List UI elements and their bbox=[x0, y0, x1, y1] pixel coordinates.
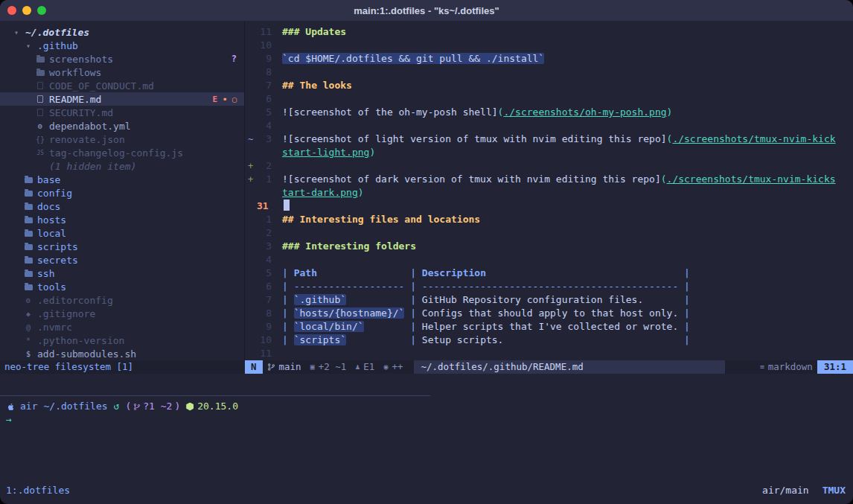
tree-item-python-version[interactable]: *.python-version bbox=[0, 334, 244, 347]
tree-item-editorconfig[interactable]: ⚙.editorconfig bbox=[0, 293, 244, 307]
editor-line[interactable]: 5| Path | Description | bbox=[245, 267, 853, 280]
tree-item-workflows[interactable]: workflows bbox=[0, 66, 244, 79]
editor-cursor bbox=[284, 200, 290, 211]
editor-line[interactable]: 3### Interesting folders bbox=[245, 240, 853, 253]
line-number: 31 bbox=[255, 200, 273, 213]
fullscreen-button[interactable] bbox=[37, 6, 46, 15]
tree-item-label: workflows bbox=[49, 67, 101, 78]
tree-item-dotfiles[interactable]: ▾~/.dotfiles bbox=[0, 25, 244, 39]
line-text: | `hosts/{hostname}/` | Configs that sho… bbox=[282, 307, 690, 320]
tree-item-add-submodules-sh[interactable]: $add-submodules.sh bbox=[0, 347, 244, 360]
shell-pane[interactable]: air ~/.dotfiles ↺ ( ?1 ~2) 20.15.0 → bbox=[0, 396, 853, 480]
tree-item-config[interactable]: config bbox=[0, 186, 244, 200]
tree-item-label: ~/.dotfiles bbox=[25, 27, 89, 38]
line-number: 9 bbox=[255, 52, 272, 66]
file-path: ~/.dotfiles/.github/README.md bbox=[414, 360, 725, 374]
line-text: `cd $HOME/.dotfiles && git pull && ./ins… bbox=[282, 52, 544, 66]
titlebar: main:1:.dotfiles - "ks~/.dotfiles" bbox=[0, 0, 853, 21]
editor-line[interactable]: 11### Updates bbox=[245, 25, 853, 39]
editor-line[interactable]: 4 bbox=[245, 119, 853, 133]
editor-line[interactable]: ~3![screenshot of light version of tmux … bbox=[245, 133, 853, 146]
line-number: 11 bbox=[255, 25, 272, 39]
editor-line[interactable]: 4 bbox=[245, 253, 853, 267]
tmux-statusbar: 1:.dotfiles air/main TMUX bbox=[0, 480, 853, 504]
chevron-icon: ▾ bbox=[22, 42, 34, 50]
line-number: 3 bbox=[255, 240, 272, 253]
status-badge: ? bbox=[231, 54, 237, 64]
cursor-position: 31:1 bbox=[817, 360, 853, 374]
git-icon: ◆ bbox=[22, 310, 34, 318]
editor-line[interactable]: 11 bbox=[245, 347, 853, 360]
editor-line[interactable]: 5![screenshot of the oh-my-posh shell](.… bbox=[245, 106, 853, 119]
tree-item-scripts[interactable]: scripts bbox=[0, 240, 244, 253]
tree-item-hosts[interactable]: hosts bbox=[0, 213, 244, 226]
line-text: ## Interesting files and locations bbox=[282, 213, 480, 226]
folder-icon bbox=[22, 269, 34, 277]
tree-item-renovate-json[interactable]: {}renovate.json bbox=[0, 133, 244, 146]
tree-item-base[interactable]: base bbox=[0, 173, 244, 186]
line-number: 8 bbox=[255, 66, 272, 79]
tree-item-github[interactable]: ▾.github bbox=[0, 39, 244, 52]
editor-line[interactable]: 1## Interesting files and locations bbox=[245, 213, 853, 226]
tree-item-security-md[interactable]: SECURITY.md bbox=[0, 106, 244, 119]
tree-item-label: CODE_OF_CONDUCT.md bbox=[49, 80, 154, 92]
tree-item-docs[interactable]: docs bbox=[0, 200, 244, 213]
tree-item-secrets[interactable]: secrets bbox=[0, 253, 244, 267]
line-number: 9 bbox=[255, 320, 272, 334]
node-icon bbox=[186, 403, 194, 411]
filetype-label: markdown bbox=[768, 360, 813, 374]
neotree-sidebar: ▾~/.dotfiles▾.githubscreenshots?workflow… bbox=[0, 21, 245, 360]
line-number: 5 bbox=[255, 267, 272, 280]
gitsigns-column bbox=[245, 106, 255, 119]
minimize-button[interactable] bbox=[22, 6, 31, 15]
line-number: 1 bbox=[255, 213, 272, 226]
editor-line[interactable]: 8| `hosts/{hostname}/` | Configs that sh… bbox=[245, 307, 853, 320]
tree-item-tools[interactable]: tools bbox=[0, 280, 244, 293]
tree-item-local[interactable]: local bbox=[0, 226, 244, 240]
tree-item-dependabot-yml[interactable]: ⚙dependabot.yml bbox=[0, 119, 244, 133]
tree-item-screenshots[interactable]: screenshots? bbox=[0, 52, 244, 66]
editor-line[interactable]: 6| ------------------- | ---------------… bbox=[245, 280, 853, 293]
tree-item-1-hidden-item[interactable]: (1 hidden item) bbox=[0, 159, 244, 173]
prompt-input-line[interactable]: → bbox=[6, 413, 853, 427]
tree-item-readme-md[interactable]: README.mdE•▢ bbox=[0, 92, 244, 106]
editor-buffer[interactable]: 11### Updates109`cd $HOME/.dotfiles && g… bbox=[245, 21, 853, 360]
editor-line[interactable]: 7## The looks bbox=[245, 79, 853, 92]
close-button[interactable] bbox=[7, 6, 16, 15]
editor-line[interactable]: 6 bbox=[245, 92, 853, 106]
editor-line[interactable]: start-light.png) bbox=[245, 146, 853, 159]
editor-line[interactable]: 7| `.github` | GitHub Repository configu… bbox=[245, 293, 853, 307]
tree-item-ssh[interactable]: ssh bbox=[0, 267, 244, 280]
gitsigns-column bbox=[245, 39, 255, 52]
tree-item-gitignore[interactable]: ◆.gitignore bbox=[0, 307, 244, 320]
tree-item-label: local bbox=[37, 228, 66, 239]
editor-line[interactable]: 8 bbox=[245, 66, 853, 79]
line-number: 4 bbox=[255, 119, 272, 133]
editor-line[interactable]: 10 bbox=[245, 39, 853, 52]
tree-item-nvmrc[interactable]: @.nvmrc bbox=[0, 320, 244, 334]
diagnostics-icon: ♟ bbox=[355, 360, 360, 374]
line-text: | ------------------- | ----------------… bbox=[282, 280, 690, 293]
tmux-window-tab[interactable]: 1:.dotfiles bbox=[6, 485, 70, 496]
line-text: start-light.png) bbox=[282, 146, 375, 159]
editor-line[interactable]: 31 bbox=[245, 200, 853, 213]
prompt-arrow: → bbox=[6, 413, 12, 427]
editor-line[interactable]: 2 bbox=[245, 226, 853, 240]
folder-icon bbox=[22, 189, 34, 197]
tmux-label: TMUX bbox=[822, 485, 846, 496]
editor-line[interactable]: +1![screenshot of dark version of tmux w… bbox=[245, 173, 853, 186]
gitsigns-column bbox=[245, 293, 255, 307]
editor-line[interactable]: 9`cd $HOME/.dotfiles && git pull && ./in… bbox=[245, 52, 853, 66]
line-number: 7 bbox=[255, 293, 272, 307]
apple-icon bbox=[6, 402, 16, 412]
tree-item-code-of-conduct-md[interactable]: CODE_OF_CONDUCT.md bbox=[0, 79, 244, 92]
editor-line[interactable]: tart-dark.png) bbox=[245, 186, 853, 200]
node-version: 20.15.0 bbox=[197, 400, 238, 413]
file-icon bbox=[34, 82, 46, 89]
diff-icon: ▣ bbox=[310, 360, 315, 374]
tree-item-tag-changelog-config-js[interactable]: JStag-changelog-config.js bbox=[0, 146, 244, 159]
copilot-segment: ◉ ++ bbox=[379, 360, 407, 374]
editor-line[interactable]: 9| `local/bin/` | Helper scripts that I'… bbox=[245, 320, 853, 334]
editor-line[interactable]: +2 bbox=[245, 159, 853, 173]
editor-line[interactable]: 10| `scripts` | Setup scripts. | bbox=[245, 334, 853, 347]
